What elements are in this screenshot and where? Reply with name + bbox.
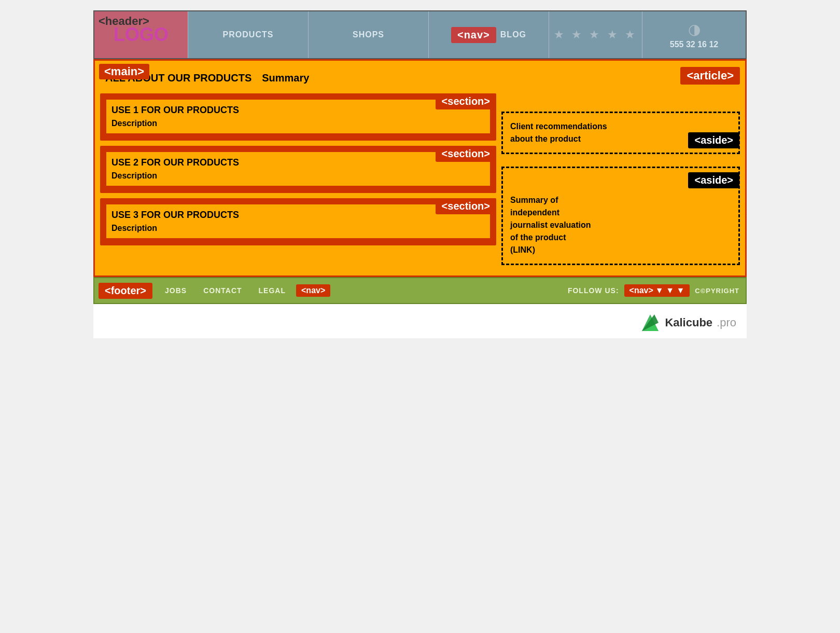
aside-2-label: <aside> xyxy=(688,172,739,188)
nav-active-label: <nav> xyxy=(451,27,496,43)
aside-1: Client recommendationsabout the product … xyxy=(501,112,740,154)
aside-2-text: Summary ofindependentjournalist evaluati… xyxy=(510,194,731,256)
section-3-title: USE 3 FOR OUR PRODUCTS xyxy=(111,210,485,221)
kalicube-text: Kalicube xyxy=(665,316,712,329)
nav-label-shops: SHOPS xyxy=(353,30,384,39)
footer-copyright: C©PYRIGHT xyxy=(695,287,739,295)
footer-nav: JOBS CONTACT LEGAL <nav> xyxy=(157,283,568,298)
phone-number: 555 32 16 12 xyxy=(670,40,718,49)
top-summary: Summary xyxy=(262,72,309,84)
section-1-label: <section> xyxy=(436,93,496,109)
footer-follow-nav-label: <nav> xyxy=(629,286,653,295)
section-2-desc: Description xyxy=(111,171,485,181)
nav-item-shops[interactable]: SHOPS xyxy=(308,11,428,58)
phone-icon: ◑ xyxy=(688,21,701,38)
nav-label-blog: BLOG xyxy=(500,30,526,39)
kalicube-pro: .pro xyxy=(717,316,736,329)
footer: <footer> JOBS CONTACT LEGAL <nav> FOLLOW… xyxy=(93,277,747,304)
header-nav: PRODUCTS SHOPS <nav> BLOG ★ ★ ★ ★ ★ ◑ 55… xyxy=(188,11,746,58)
nav-item-blog[interactable]: <nav> BLOG xyxy=(428,11,549,58)
nav-item-products[interactable]: PRODUCTS xyxy=(188,11,308,58)
main-tag-label: <main> xyxy=(99,64,149,79)
footer-right: FOLLOW US: <nav> ▼ ▼ ▼ C©PYRIGHT xyxy=(568,284,746,297)
main-right: <article> Client recommendationsabout th… xyxy=(501,67,740,270)
article-label: <article> xyxy=(680,67,740,85)
section-1-desc: Description xyxy=(111,119,485,128)
nav-label-products: PRODUCTS xyxy=(223,30,274,39)
footer-nav-label: <nav> xyxy=(296,284,330,297)
section-3-desc: Description xyxy=(111,224,485,233)
section-2-label: <section> xyxy=(436,146,496,162)
footer-follow-arrows: ▼ ▼ ▼ xyxy=(655,286,684,295)
stars-area: ★ ★ ★ ★ ★ xyxy=(549,11,642,58)
stars: ★ ★ ★ ★ ★ xyxy=(554,28,637,42)
section-3-label: <section> xyxy=(436,198,496,214)
footer-follow-nav: <nav> ▼ ▼ ▼ xyxy=(624,284,690,297)
kalicube-icon xyxy=(640,312,661,333)
top-content: ALL ABOUT OUR PRODUCTS Summary xyxy=(100,67,496,88)
section-1: <section> USE 1 FOR OUR PRODUCTS Descrip… xyxy=(100,93,496,141)
main-left: ALL ABOUT OUR PRODUCTS Summary <section>… xyxy=(100,67,496,270)
main-wrapper: <main> ALL ABOUT OUR PRODUCTS Summary <s… xyxy=(93,59,747,277)
section-1-title: USE 1 FOR OUR PRODUCTS xyxy=(111,105,485,116)
header: LOGO PRODUCTS SHOPS <nav> BLOG ★ ★ ★ ★ ★… xyxy=(93,10,747,59)
contact-area: ◑ 555 32 16 12 xyxy=(642,11,746,58)
footer-follow-label: FOLLOW US: xyxy=(568,286,619,295)
footer-nav-jobs[interactable]: JOBS xyxy=(157,283,195,298)
footer-tag-label: <footer> xyxy=(99,283,152,299)
footer-nav-contact[interactable]: CONTACT xyxy=(195,283,250,298)
section-2-title: USE 2 FOR OUR PRODUCTS xyxy=(111,157,485,168)
aside-1-label: <aside> xyxy=(688,132,739,148)
header-tag-label: <header> xyxy=(99,15,149,28)
section-3: <section> USE 3 FOR OUR PRODUCTS Descrip… xyxy=(100,198,496,245)
aside-2: <aside> Summary ofindependentjournalist … xyxy=(501,167,740,265)
section-2: <section> USE 2 FOR OUR PRODUCTS Descrip… xyxy=(100,146,496,193)
footer-nav-legal[interactable]: LEGAL xyxy=(250,283,294,298)
kalicube-area: Kalicube.pro xyxy=(93,304,747,338)
